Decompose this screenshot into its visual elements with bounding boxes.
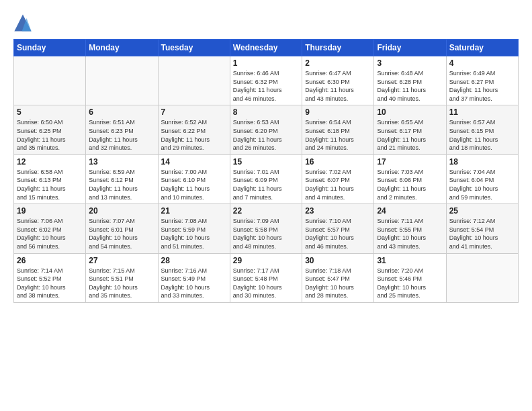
calendar-day-cell: 25Sunrise: 7:12 AM Sunset: 5:54 PM Dayli… xyxy=(446,204,518,253)
day-number: 18 xyxy=(449,157,515,167)
weekday-header-row: SundayMondayTuesdayWednesdayThursdayFrid… xyxy=(14,40,519,56)
day-number: 27 xyxy=(89,256,154,265)
day-info: Sunrise: 6:55 AM Sunset: 6:17 PM Dayligh… xyxy=(377,118,443,152)
calendar-day-cell: 18Sunrise: 7:04 AM Sunset: 6:04 PM Dayli… xyxy=(446,154,518,203)
weekday-header-sunday: Sunday xyxy=(14,40,86,56)
day-number: 9 xyxy=(305,107,371,117)
day-info: Sunrise: 6:49 AM Sunset: 6:27 PM Dayligh… xyxy=(449,69,515,103)
weekday-header-tuesday: Tuesday xyxy=(158,40,230,56)
day-info: Sunrise: 7:04 AM Sunset: 6:04 PM Dayligh… xyxy=(449,168,515,201)
calendar-day-cell: 4Sunrise: 6:49 AM Sunset: 6:27 PM Daylig… xyxy=(446,56,518,105)
header xyxy=(13,13,519,32)
day-number: 19 xyxy=(17,206,83,216)
day-info: Sunrise: 6:51 AM Sunset: 6:23 PM Dayligh… xyxy=(89,118,154,152)
day-number: 20 xyxy=(89,206,154,216)
day-info: Sunrise: 6:50 AM Sunset: 6:25 PM Dayligh… xyxy=(17,118,83,152)
day-info: Sunrise: 7:11 AM Sunset: 5:55 PM Dayligh… xyxy=(377,217,443,250)
calendar-day-cell: 31Sunrise: 7:20 AM Sunset: 5:46 PM Dayli… xyxy=(374,253,446,302)
weekday-header-monday: Monday xyxy=(86,40,158,56)
calendar-day-cell: 2Sunrise: 6:47 AM Sunset: 6:30 PM Daylig… xyxy=(302,56,374,105)
calendar-day-cell: 14Sunrise: 7:00 AM Sunset: 6:10 PM Dayli… xyxy=(158,154,230,203)
day-number: 22 xyxy=(233,206,299,216)
day-number: 10 xyxy=(377,107,443,117)
weekday-header-friday: Friday xyxy=(374,40,446,56)
calendar-day-cell: 23Sunrise: 7:10 AM Sunset: 5:57 PM Dayli… xyxy=(302,204,374,253)
day-info: Sunrise: 6:53 AM Sunset: 6:20 PM Dayligh… xyxy=(233,118,299,152)
day-number: 12 xyxy=(17,157,83,167)
calendar-day-cell: 24Sunrise: 7:11 AM Sunset: 5:55 PM Dayli… xyxy=(374,204,446,253)
calendar-table: SundayMondayTuesdayWednesdayThursdayFrid… xyxy=(13,39,519,303)
calendar-day-cell: 28Sunrise: 7:16 AM Sunset: 5:49 PM Dayli… xyxy=(158,253,230,302)
calendar-empty-cell xyxy=(14,56,86,105)
calendar-day-cell: 15Sunrise: 7:01 AM Sunset: 6:09 PM Dayli… xyxy=(230,154,302,203)
day-number: 5 xyxy=(17,107,83,117)
day-info: Sunrise: 7:01 AM Sunset: 6:09 PM Dayligh… xyxy=(233,168,299,201)
day-info: Sunrise: 7:15 AM Sunset: 5:51 PM Dayligh… xyxy=(89,267,154,300)
logo xyxy=(13,13,34,32)
day-number: 3 xyxy=(377,58,443,68)
day-info: Sunrise: 7:03 AM Sunset: 6:06 PM Dayligh… xyxy=(377,168,443,201)
calendar-day-cell: 6Sunrise: 6:51 AM Sunset: 6:23 PM Daylig… xyxy=(86,105,158,154)
calendar-empty-cell xyxy=(158,56,230,105)
calendar-day-cell: 10Sunrise: 6:55 AM Sunset: 6:17 PM Dayli… xyxy=(374,105,446,154)
day-number: 15 xyxy=(233,157,299,167)
day-info: Sunrise: 6:47 AM Sunset: 6:30 PM Dayligh… xyxy=(305,69,371,103)
weekday-header-saturday: Saturday xyxy=(446,40,518,56)
calendar-day-cell: 16Sunrise: 7:02 AM Sunset: 6:07 PM Dayli… xyxy=(302,154,374,203)
calendar-day-cell: 20Sunrise: 7:07 AM Sunset: 6:01 PM Dayli… xyxy=(86,204,158,253)
day-info: Sunrise: 6:54 AM Sunset: 6:18 PM Dayligh… xyxy=(305,118,371,152)
day-number: 16 xyxy=(305,157,371,167)
day-number: 6 xyxy=(89,107,154,117)
calendar-day-cell: 27Sunrise: 7:15 AM Sunset: 5:51 PM Dayli… xyxy=(86,253,158,302)
day-info: Sunrise: 6:57 AM Sunset: 6:15 PM Dayligh… xyxy=(449,118,515,152)
calendar-day-cell: 7Sunrise: 6:52 AM Sunset: 6:22 PM Daylig… xyxy=(158,105,230,154)
calendar-day-cell: 19Sunrise: 7:06 AM Sunset: 6:02 PM Dayli… xyxy=(14,204,86,253)
day-number: 13 xyxy=(89,157,154,167)
day-number: 7 xyxy=(161,107,227,117)
page: SundayMondayTuesdayWednesdayThursdayFrid… xyxy=(0,0,532,316)
weekday-header-thursday: Thursday xyxy=(302,40,374,56)
day-info: Sunrise: 7:17 AM Sunset: 5:48 PM Dayligh… xyxy=(233,267,299,300)
day-number: 30 xyxy=(305,256,371,265)
logo-icon xyxy=(13,13,32,32)
calendar-day-cell: 5Sunrise: 6:50 AM Sunset: 6:25 PM Daylig… xyxy=(14,105,86,154)
calendar-day-cell: 3Sunrise: 6:48 AM Sunset: 6:28 PM Daylig… xyxy=(374,56,446,105)
calendar-day-cell: 1Sunrise: 6:46 AM Sunset: 6:32 PM Daylig… xyxy=(230,56,302,105)
calendar-day-cell: 9Sunrise: 6:54 AM Sunset: 6:18 PM Daylig… xyxy=(302,105,374,154)
day-info: Sunrise: 6:52 AM Sunset: 6:22 PM Dayligh… xyxy=(161,118,227,152)
day-info: Sunrise: 7:02 AM Sunset: 6:07 PM Dayligh… xyxy=(305,168,371,201)
day-info: Sunrise: 7:16 AM Sunset: 5:49 PM Dayligh… xyxy=(161,267,227,300)
calendar-week-row: 26Sunrise: 7:14 AM Sunset: 5:52 PM Dayli… xyxy=(14,253,519,302)
weekday-header-wednesday: Wednesday xyxy=(230,40,302,56)
day-number: 23 xyxy=(305,206,371,216)
day-number: 26 xyxy=(17,256,83,265)
day-number: 17 xyxy=(377,157,443,167)
calendar-day-cell: 17Sunrise: 7:03 AM Sunset: 6:06 PM Dayli… xyxy=(374,154,446,203)
day-number: 28 xyxy=(161,256,227,265)
calendar-day-cell: 26Sunrise: 7:14 AM Sunset: 5:52 PM Dayli… xyxy=(14,253,86,302)
calendar-day-cell: 13Sunrise: 6:59 AM Sunset: 6:12 PM Dayli… xyxy=(86,154,158,203)
day-info: Sunrise: 7:20 AM Sunset: 5:46 PM Dayligh… xyxy=(377,267,443,300)
day-info: Sunrise: 7:08 AM Sunset: 5:59 PM Dayligh… xyxy=(161,217,227,250)
calendar-day-cell: 30Sunrise: 7:18 AM Sunset: 5:47 PM Dayli… xyxy=(302,253,374,302)
day-info: Sunrise: 6:46 AM Sunset: 6:32 PM Dayligh… xyxy=(233,69,299,103)
calendar-week-row: 19Sunrise: 7:06 AM Sunset: 6:02 PM Dayli… xyxy=(14,204,519,253)
calendar-empty-cell xyxy=(86,56,158,105)
day-info: Sunrise: 6:58 AM Sunset: 6:13 PM Dayligh… xyxy=(17,168,83,201)
calendar-day-cell: 22Sunrise: 7:09 AM Sunset: 5:58 PM Dayli… xyxy=(230,204,302,253)
day-number: 1 xyxy=(233,58,299,68)
day-number: 21 xyxy=(161,206,227,216)
day-info: Sunrise: 7:14 AM Sunset: 5:52 PM Dayligh… xyxy=(17,267,83,300)
calendar-day-cell: 11Sunrise: 6:57 AM Sunset: 6:15 PM Dayli… xyxy=(446,105,518,154)
day-number: 24 xyxy=(377,206,443,216)
day-info: Sunrise: 7:00 AM Sunset: 6:10 PM Dayligh… xyxy=(161,168,227,201)
calendar-week-row: 5Sunrise: 6:50 AM Sunset: 6:25 PM Daylig… xyxy=(14,105,519,154)
day-info: Sunrise: 7:10 AM Sunset: 5:57 PM Dayligh… xyxy=(305,217,371,250)
calendar-day-cell: 29Sunrise: 7:17 AM Sunset: 5:48 PM Dayli… xyxy=(230,253,302,302)
day-number: 4 xyxy=(449,58,515,68)
day-number: 2 xyxy=(305,58,371,68)
day-number: 14 xyxy=(161,157,227,167)
day-number: 25 xyxy=(449,206,515,216)
day-number: 29 xyxy=(233,256,299,265)
day-info: Sunrise: 7:12 AM Sunset: 5:54 PM Dayligh… xyxy=(449,217,515,250)
